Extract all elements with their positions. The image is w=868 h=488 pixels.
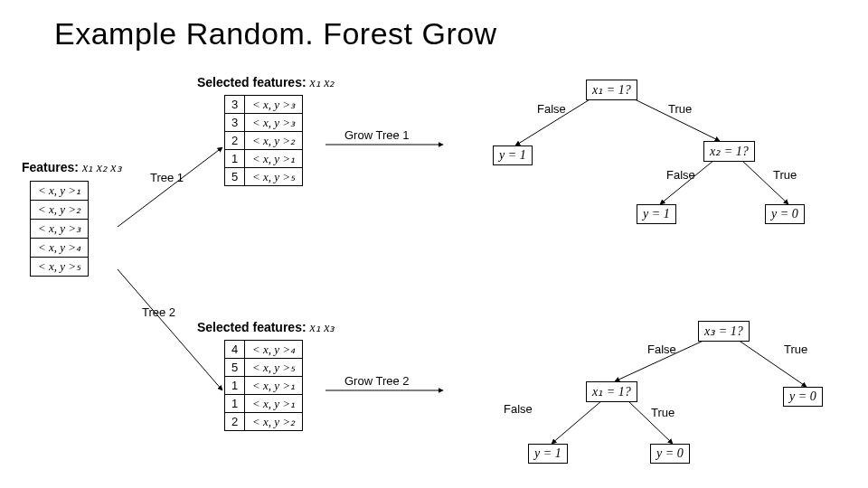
table-row: < x, y >₁	[31, 182, 89, 201]
tree2-l-false: False	[504, 402, 533, 416]
cell-n: 5	[225, 359, 245, 377]
sel1-label: Selected features:	[197, 75, 307, 89]
tree1-root: x₁ = 1?	[586, 80, 637, 100]
svg-line-10	[552, 400, 602, 444]
cell: < x, y >₅	[31, 258, 89, 277]
features-vars: x₁ x₂ x₃	[82, 161, 122, 174]
table-row: 2< x, y >₂	[225, 132, 303, 150]
svg-line-6	[660, 160, 714, 204]
tree2-ll: y = 1	[528, 444, 568, 464]
cell: < x, y >₄	[31, 239, 89, 258]
tree1-label: Tree 1	[150, 171, 184, 184]
cell: < x, y >₁	[31, 182, 89, 201]
tree2-false: False	[647, 343, 676, 356]
cell-n: 3	[225, 114, 245, 132]
table-row: < x, y >₄	[31, 239, 89, 258]
tree2-label: Tree 2	[142, 305, 175, 319]
table-row: 5< x, y >₅	[225, 168, 303, 186]
tree1-r-true: True	[773, 168, 797, 182]
tree1-false: False	[537, 102, 566, 116]
cell-n: 2	[225, 413, 245, 431]
cell-n: 2	[225, 132, 245, 150]
sel2-label: Selected features:	[197, 320, 307, 334]
cell-xy: < x, y >₅	[245, 168, 303, 186]
tree2-l-true: True	[651, 406, 675, 419]
sel1-header: Selected features: x₁ x₂	[197, 75, 335, 90]
tree1-rl: y = 1	[637, 204, 676, 224]
features-header: Features: x₁ x₂ x₃	[22, 160, 122, 175]
cell-xy: < x, y >₅	[245, 359, 303, 377]
cell-xy: < x, y >₁	[245, 150, 303, 168]
cell-n: 1	[225, 395, 245, 413]
cell-xy: < x, y >₃	[245, 114, 303, 132]
table-row: < x, y >₂	[31, 201, 89, 220]
features-table: < x, y >₁ < x, y >₂ < x, y >₃ < x, y >₄ …	[30, 181, 89, 277]
table-row: < x, y >₃	[31, 220, 89, 239]
tree1-rr: y = 0	[765, 204, 805, 224]
table-row: 4< x, y >₄	[225, 341, 303, 359]
table-row: < x, y >₅	[31, 258, 89, 277]
cell-n: 1	[225, 377, 245, 395]
cell: < x, y >₃	[31, 220, 89, 239]
cell-xy: < x, y >₃	[245, 96, 303, 114]
table-row: 2< x, y >₂	[225, 413, 303, 431]
svg-line-7	[741, 160, 788, 204]
sel2-header: Selected features: x₁ x₃	[197, 320, 335, 335]
cell-n: 3	[225, 96, 245, 114]
table-row: 5< x, y >₅	[225, 359, 303, 377]
svg-line-0	[118, 147, 222, 227]
tree2-root: x₃ = 1?	[698, 321, 750, 342]
features-label: Features:	[22, 160, 79, 174]
cell-n: 1	[225, 150, 245, 168]
table-row: 3< x, y >₃	[225, 96, 303, 114]
cell: < x, y >₂	[31, 201, 89, 220]
tree1-true: True	[668, 102, 692, 116]
grow1-label: Grow Tree 1	[344, 128, 410, 142]
table-row: 1< x, y >₁	[225, 395, 303, 413]
sel2-vars: x₁ x₃	[310, 321, 335, 334]
tree2-left: x₁ = 1?	[586, 381, 637, 402]
table-row: 3< x, y >₃	[225, 114, 303, 132]
grow2-label: Grow Tree 2	[344, 374, 410, 388]
table-row: 1< x, y >₁	[225, 377, 303, 395]
cell-xy: < x, y >₁	[245, 395, 303, 413]
tree1-right: x₂ = 1?	[703, 141, 755, 162]
tree2-right: y = 0	[783, 387, 823, 407]
sel1-vars: x₁ x₂	[310, 76, 335, 89]
tree1-left: y = 1	[493, 145, 533, 165]
tree2-true: True	[784, 343, 807, 356]
cell-n: 5	[225, 168, 245, 186]
sel2-table: 4< x, y >₄ 5< x, y >₅ 1< x, y >₁ 1< x, y…	[224, 340, 303, 431]
tree2-lr: y = 0	[650, 444, 690, 464]
table-row: 1< x, y >₁	[225, 150, 303, 168]
sel1-table: 3< x, y >₃ 3< x, y >₃ 2< x, y >₂ 1< x, y…	[224, 95, 303, 186]
cell-xy: < x, y >₂	[245, 413, 303, 431]
cell-xy: < x, y >₁	[245, 377, 303, 395]
diagram-edges	[0, 0, 868, 488]
cell-xy: < x, y >₄	[245, 341, 303, 359]
slide-title: Example Random. Forest Grow	[54, 16, 497, 52]
tree1-r-false: False	[666, 168, 695, 182]
cell-xy: < x, y >₂	[245, 132, 303, 150]
cell-n: 4	[225, 341, 245, 359]
